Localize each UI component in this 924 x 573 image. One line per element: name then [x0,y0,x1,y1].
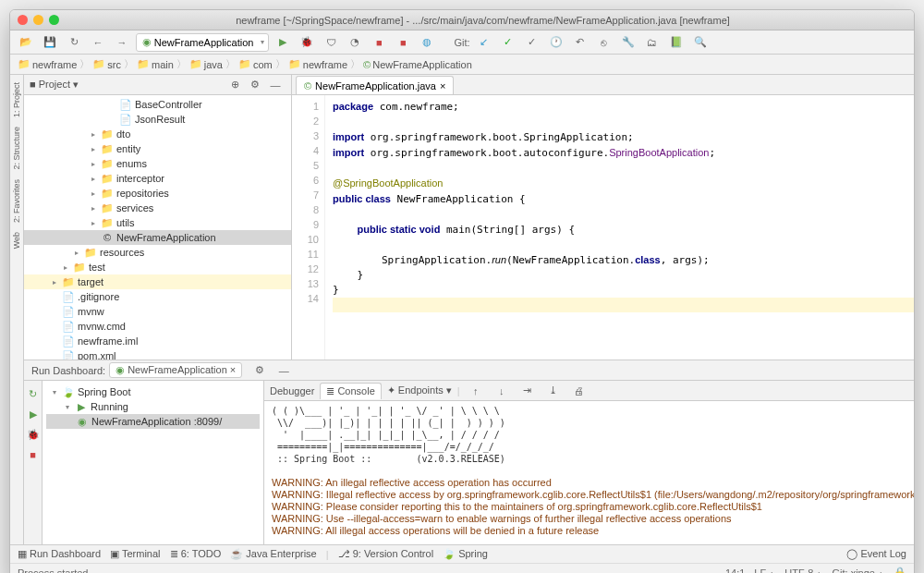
gear-icon[interactable]: ⚙ [249,361,270,380]
run-icon[interactable]: ▶ [24,405,43,423]
run-config-tab[interactable]: ◉ NewFrameApplication × [109,362,242,378]
tab-label: NewFrameApplication.java [315,80,436,91]
code-editor[interactable]: 1234567891011121314 package com.newframe… [292,95,914,360]
code-body[interactable]: package com.newframe; import org.springf… [325,95,914,360]
gutter: 1234567891011121314 [292,95,325,360]
back-icon[interactable]: ← [88,33,108,52]
titlebar: newframe [~/SpringSpace/newframe] - .../… [10,10,914,30]
status-encoding[interactable]: UTF-8 ⬧ [784,567,822,574]
editor-tab[interactable]: ©NewFrameApplication.java× [296,76,454,94]
update-icon[interactable]: ◍ [417,33,437,52]
bc-item[interactable]: 📁java [189,58,223,70]
tree-node[interactable]: 📄BaseController [24,97,291,112]
debug-icon[interactable]: 🐞 [24,425,43,444]
tree-node[interactable]: 📄mvnw.cmd [24,319,291,334]
footer-todo[interactable]: ≣ 6: TODO [170,548,222,560]
open-icon[interactable]: 📂 [16,33,36,52]
vcs-compare-icon[interactable]: ✓ [522,33,542,52]
footer-vcs[interactable]: ⎇ 9: Version Control [338,548,434,560]
tree-node[interactable]: 📄.gitignore [24,289,291,304]
save-icon[interactable]: 💾 [40,33,60,52]
tree-node[interactable]: ▸📁entity [24,141,291,156]
bc-item[interactable]: 📁main [137,58,174,70]
scroll-icon[interactable]: ⤓ [543,382,564,400]
tree-node[interactable]: ▸📁repositories [24,186,291,201]
close-icon[interactable]: × [440,80,445,91]
tree-node[interactable]: ▸📁target [24,274,291,289]
tree-node[interactable]: ▸📁utils [24,215,291,230]
sidebar-favorites[interactable]: 2: Favorites [10,176,23,226]
lock-icon[interactable]: 🔒 [894,567,906,573]
down-icon[interactable]: ↓ [492,382,512,400]
run-config-label: NewFrameApplication [154,37,254,48]
stop-icon[interactable]: ■ [369,33,389,52]
status-position[interactable]: 14:1 [725,567,745,574]
footer-run-dashboard[interactable]: ▦ Run Dashboard [18,548,101,560]
footer-event-log[interactable]: ◯ Event Log [846,548,906,560]
run-config-dropdown[interactable]: ◉ NewFrameApplication [136,33,269,52]
vcs-branch-icon[interactable]: ⎋ [594,33,614,52]
footer-terminal[interactable]: ▣ Terminal [110,548,160,560]
settings-icon[interactable]: 🔧 [618,33,638,52]
sidebar-project[interactable]: 1: Project [10,79,23,121]
profile-icon[interactable]: ◔ [345,33,365,52]
tree-node[interactable]: 📄JsonResult [24,112,291,127]
sync-icon[interactable]: ↻ [64,33,84,52]
project-tree[interactable]: 📄BaseController📄JsonResult▸📁dto▸📁entity▸… [24,95,291,360]
tree-node[interactable]: ©NewFrameApplication [24,230,291,245]
editor-tabs: ©NewFrameApplication.java× [292,75,914,95]
tab-debugger[interactable]: Debugger [270,385,314,396]
footer-java-ee[interactable]: ☕ Java Enterprise [230,548,317,560]
hide-icon[interactable]: — [265,76,286,94]
console-output[interactable]: ( ( )\___ | '_ | '_| | '_ \/ _' | \ \ \ … [264,401,914,544]
close-icon[interactable] [18,15,28,25]
tree-node[interactable]: ▸📁enums [24,156,291,171]
up-icon[interactable]: ↑ [466,382,486,400]
maximize-icon[interactable] [49,15,59,25]
collapse-all-icon[interactable]: ⊕ [225,76,245,94]
left-sidebar: 1: Project 2: Structure 2: Favorites Web [10,75,24,544]
run-item[interactable]: NewFrameApplication :8099/ [91,416,222,427]
debug-icon[interactable]: 🐞 [297,33,317,52]
footer-spring[interactable]: 🍃 Spring [443,548,488,560]
bc-item[interactable]: 📁src [92,58,121,70]
gear-icon[interactable]: ⚙ [245,76,265,94]
sidebar-web[interactable]: Web [10,228,23,252]
status-line-sep[interactable]: LF ⬧ [754,567,775,574]
wrap-icon[interactable]: ⇥ [517,382,538,400]
vcs-update-icon[interactable]: ↙ [474,33,494,52]
run-icon[interactable]: ▶ [273,33,293,52]
project-structure-icon[interactable]: 🗂 [642,33,663,52]
print-icon[interactable]: 🖨 [569,382,590,400]
vcs-commit-icon[interactable]: ✓ [498,33,518,52]
tree-node[interactable]: ▸📁interceptor [24,171,291,186]
minimize-icon[interactable] [33,15,43,25]
fwd-icon[interactable]: → [112,33,132,52]
bc-item[interactable]: 📁com [238,58,273,70]
bc-item[interactable]: ©NewFrameApplication [363,59,472,70]
run-tree[interactable]: ▾🍃Spring Boot ▾▶Running ◉NewFrameApplica… [43,381,264,544]
vcs-rollback-icon[interactable]: ↶ [570,33,590,52]
stop-all-icon[interactable]: ■ [393,33,413,52]
tree-node[interactable]: ▸📁services [24,201,291,215]
tree-node[interactable]: 📄newframe.iml [24,334,291,348]
bc-item[interactable]: 📁newframe [18,58,77,70]
tree-node[interactable]: 📄pom.xml [24,348,291,360]
rerun-icon[interactable]: ↻ [24,384,43,403]
sdk-icon[interactable]: 📗 [666,33,687,52]
sidebar-structure[interactable]: 2: Structure [10,123,23,174]
tree-node[interactable]: ▸📁dto [24,127,291,141]
search-icon[interactable]: 🔍 [690,33,711,52]
tree-node[interactable]: ▸📁resources [24,245,291,260]
tree-node[interactable]: ▸📁test [24,260,291,274]
hide-icon[interactable]: — [274,361,294,380]
bc-item[interactable]: 📁newframe [288,58,347,70]
ide-window: newframe [~/SpringSpace/newframe] - .../… [9,9,915,573]
stop-icon[interactable]: ■ [24,445,43,464]
coverage-icon[interactable]: 🛡 [321,33,341,52]
tab-endpoints[interactable]: ✦ Endpoints ▾ [387,384,452,396]
tab-console[interactable]: ≣ Console [320,383,381,399]
vcs-history-icon[interactable]: 🕐 [546,33,566,52]
status-git-branch[interactable]: Git: xinge ⬧ [832,567,884,574]
tree-node[interactable]: 📄mvnw [24,304,291,319]
